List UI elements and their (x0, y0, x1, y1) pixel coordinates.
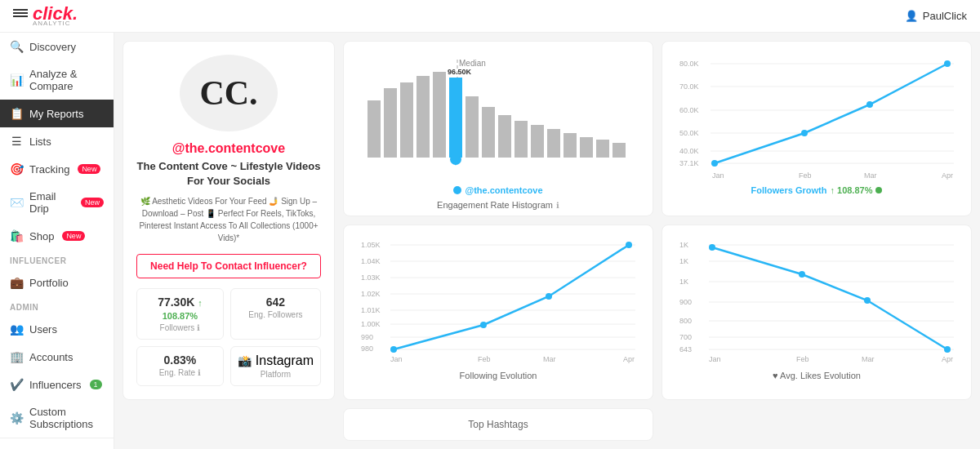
histogram-dot-label: @the.contentcove (357, 185, 639, 195)
sidebar-label-portfolio: Portfolio (29, 277, 69, 289)
avg-likes-title: ♥ Avg. Likes Evolution (675, 371, 958, 380)
influencers-icon: ✔️ (10, 378, 23, 391)
eng-followers-stat: 642 Eng. Followers (230, 288, 321, 340)
svg-rect-2 (368, 100, 381, 158)
info-icon2: ℹ (198, 368, 201, 377)
svg-text:Feb: Feb (478, 355, 491, 363)
svg-rect-11 (498, 115, 511, 158)
sidebar-label-accounts: Accounts (29, 351, 73, 363)
svg-text:800: 800 (679, 317, 692, 325)
svg-rect-14 (547, 129, 560, 158)
admin-section-label: ADMIN (0, 296, 114, 315)
tracking-icon: 🎯 (10, 162, 23, 176)
svg-text:Apr: Apr (942, 171, 953, 180)
followers-label: Followers ℹ (144, 323, 216, 332)
sidebar-label-tracking: Tracking (29, 163, 69, 176)
influencer-section-label: INFLUENCER (0, 250, 114, 269)
svg-point-79 (709, 244, 715, 251)
main-content: CC. @the.contentcove The Content Cove ~ … (114, 33, 980, 449)
svg-text:1K: 1K (679, 241, 688, 249)
sidebar-item-discovery[interactable]: 🔍 Discovery (0, 33, 114, 60)
sidebar-label-shop: Shop (29, 230, 54, 242)
following-title: Following Evolution (357, 371, 639, 380)
logo[interactable]: click. ANALYTIC (13, 5, 78, 27)
followers-growth-card: 80.0K 70.0K 60.0K 50.0K 40.0K 37.1K (662, 41, 972, 216)
sidebar-item-influencers[interactable]: ✔️ Influencers 1 (0, 371, 114, 398)
influencers-badge: 1 (90, 380, 102, 389)
followers-growth-chart: 80.0K 70.0K 60.0K 50.0K 40.0K 37.1K (675, 51, 958, 182)
svg-point-81 (864, 297, 871, 304)
sidebar-item-analyze[interactable]: 📊 Analyze & Compare (0, 60, 114, 100)
svg-text:1K: 1K (679, 257, 688, 265)
svg-text:Feb: Feb (799, 171, 812, 180)
svg-text:Mar: Mar (864, 171, 877, 180)
hamburger-icon[interactable] (13, 9, 28, 24)
followers-value: 77.30K ↑ 108.87% (144, 296, 216, 322)
sidebar-label-reports: My Reports (29, 108, 83, 120)
tracking-badge: New (78, 164, 100, 174)
histogram-title: Engagement Rate Histogram ℹ (357, 200, 639, 210)
svg-text:Jan: Jan (709, 355, 721, 363)
sidebar-item-shop[interactable]: 🛍️ Shop New (0, 222, 114, 250)
svg-text:1.00K: 1.00K (361, 320, 381, 328)
email-badge: New (81, 198, 104, 207)
svg-text:Feb: Feb (796, 355, 809, 363)
svg-text:900: 900 (679, 298, 692, 306)
user-menu[interactable]: 👤 PaulClick (905, 10, 967, 22)
top-hashtags-card: Top Hashtags (343, 408, 653, 441)
sidebar-label-email: Email Drip (29, 190, 73, 215)
followers-growth-subtitle: Followers Growth ↑ 108.87% (675, 185, 958, 195)
sidebar-label-custom: Custom Subscriptions (29, 406, 104, 430)
eng-rate-value: 0.83% (144, 353, 216, 367)
svg-text:70.0K: 70.0K (679, 82, 699, 91)
sidebar-item-users[interactable]: 👥 Users (0, 315, 114, 343)
following-chart: 1.05K 1.04K 1.03K 1.02K 1.01K 1.00K 990 … (357, 235, 639, 366)
info-icon: ℹ (197, 323, 200, 332)
svg-text:40.0K: 40.0K (679, 147, 699, 155)
eng-followers-value: 642 (238, 296, 314, 309)
stats-grid: 77.30K ↑ 108.87% Followers ℹ 642 Eng. Fo… (136, 288, 321, 386)
svg-rect-4 (400, 82, 413, 158)
avg-likes-card: 1K 1K 1K 900 800 700 643 Ja (662, 224, 972, 400)
sidebar-item-email[interactable]: ✉️ Email Drip New (0, 183, 114, 222)
svg-text:60.0K: 60.0K (679, 106, 699, 114)
contact-button[interactable]: Need Help To Contact Influencer? (136, 254, 321, 278)
user-icon: 👤 (905, 10, 918, 22)
platform-stat: 📸 Instagram Platform (230, 346, 321, 386)
svg-text:Mar: Mar (862, 355, 875, 363)
sidebar-label-discovery: Discovery (29, 41, 76, 53)
search-icon: 🔍 (10, 40, 23, 53)
list-icon: ☰ (10, 135, 23, 148)
svg-rect-13 (531, 125, 544, 158)
sidebar-label-lists: Lists (29, 136, 51, 148)
svg-text:990: 990 (361, 333, 373, 341)
svg-rect-6 (433, 72, 446, 158)
sidebar-item-lists[interactable]: ☰ Lists (0, 127, 114, 155)
sidebar: 🔍 Discovery 📊 Analyze & Compare 📋 My Rep… (0, 33, 114, 449)
portfolio-icon: 💼 (10, 276, 23, 289)
sidebar-item-portfolio[interactable]: 💼 Portfolio (0, 269, 114, 296)
svg-text:643: 643 (679, 345, 692, 353)
svg-text:1.02K: 1.02K (361, 290, 381, 298)
sidebar-item-tracking[interactable]: 🎯 Tracking New (0, 155, 114, 183)
svg-point-60 (626, 242, 632, 248)
sidebar-item-custom[interactable]: ⚙️ Custom Subscriptions (0, 398, 114, 438)
growth-value: ↑ 108.87% (830, 185, 872, 195)
svg-rect-9 (466, 96, 479, 158)
sidebar-item-accounts[interactable]: 🏢 Accounts (0, 343, 114, 371)
profile-handle: @the.contentcove (172, 141, 285, 156)
app-header: click. ANALYTIC 👤 PaulClick (0, 0, 980, 33)
svg-rect-10 (482, 107, 495, 158)
sidebar-item-reports[interactable]: 📋 My Reports (0, 100, 114, 127)
svg-text:80.0K: 80.0K (679, 60, 699, 68)
svg-text:1.01K: 1.01K (361, 306, 381, 314)
svg-text:1.05K: 1.05K (361, 241, 381, 249)
svg-text:37.1K: 37.1K (679, 159, 699, 167)
sidebar-label-users: Users (29, 323, 57, 336)
histogram-card: Median 96.50K (343, 41, 653, 216)
svg-rect-17 (596, 140, 609, 158)
accounts-icon: 🏢 (10, 350, 23, 363)
histogram-info-icon: ℹ (556, 201, 559, 210)
platform-label: Instagram (256, 353, 314, 368)
shop-badge: New (62, 231, 85, 241)
